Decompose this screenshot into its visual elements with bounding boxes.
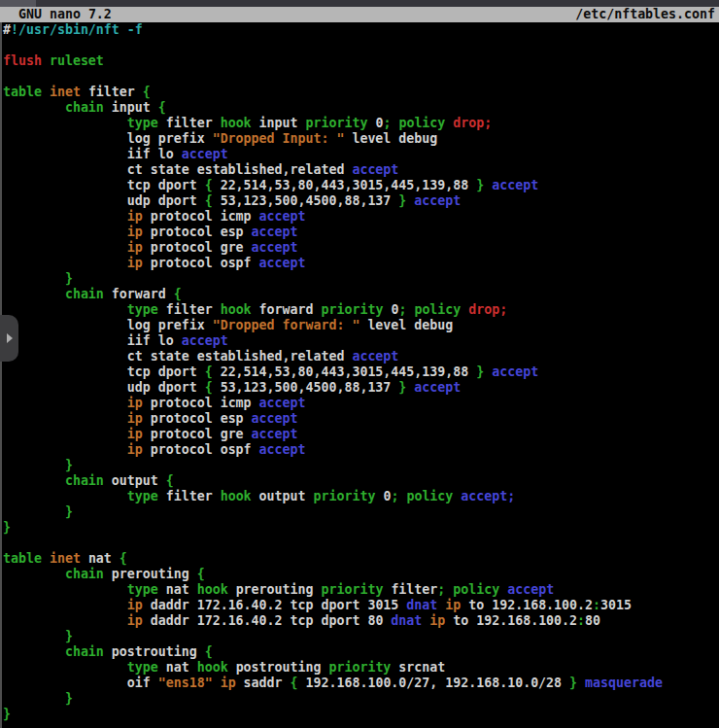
code-line[interactable]: table inet nat {	[3, 551, 719, 567]
window-top-strip-tab	[0, 0, 36, 7]
code-line[interactable]	[3, 69, 719, 85]
code-line[interactable]: log prefix "Dropped Input: " level debug	[3, 131, 719, 147]
code-line[interactable]: ip daddr 172.16.40.2 tcp dport 80 dnat i…	[3, 613, 719, 629]
code-line[interactable]: }	[3, 707, 719, 722]
window-top-strip	[0, 0, 719, 7]
code-line[interactable]: chain postrouting {	[3, 644, 719, 660]
code-line[interactable]: ip protocol ospf accept	[3, 442, 719, 458]
code-line[interactable]: chain prerouting {	[3, 567, 719, 582]
chevron-right-icon	[7, 333, 13, 343]
code-line[interactable]: ip protocol icmp accept	[3, 209, 719, 225]
code-line[interactable]: chain output {	[3, 473, 719, 489]
code-line[interactable]: tcp dport { 22,514,53,80,443,3015,445,13…	[3, 364, 719, 380]
code-line[interactable]: ip protocol esp accept	[3, 411, 719, 427]
code-line[interactable]: iif lo accept	[3, 333, 719, 349]
code-line[interactable]: type nat hook postrouting priority srcna…	[3, 660, 719, 676]
code-line[interactable]: ct state established,related accept	[3, 162, 719, 178]
nano-titlebar: GNU nano 7.2 /etc/nftables.conf	[0, 7, 719, 22]
code-line[interactable]: udp dport { 53,123,500,4500,88,137 } acc…	[3, 193, 719, 209]
code-line[interactable]	[3, 536, 719, 551]
code-line[interactable]: ip daddr 172.16.40.2 tcp dport 3015 dnat…	[3, 598, 719, 613]
code-line[interactable]: }	[3, 504, 719, 520]
code-line[interactable]	[3, 38, 719, 53]
code-line[interactable]: flush ruleset	[3, 53, 719, 69]
code-line[interactable]: table inet filter {	[3, 85, 719, 100]
nano-version-label: GNU nano 7.2	[0, 7, 112, 22]
sidebar-toggle-handle[interactable]	[0, 315, 18, 362]
editor-content[interactable]: #!/usr/sbin/nft -fflush rulesettable ine…	[0, 22, 719, 722]
code-line[interactable]: log prefix "Dropped forward: " level deb…	[3, 318, 719, 333]
code-line[interactable]: ct state established,related accept	[3, 349, 719, 364]
code-line[interactable]: ip protocol ospf accept	[3, 256, 719, 271]
code-line[interactable]: type filter hook input priority 0; polic…	[3, 116, 719, 131]
code-line[interactable]: }	[3, 520, 719, 536]
code-line[interactable]: chain input {	[3, 100, 719, 116]
code-line[interactable]: }	[3, 691, 719, 707]
code-line[interactable]: oif "ens18" ip saddr { 192.168.100.0/27,…	[3, 676, 719, 691]
code-line[interactable]: ip protocol gre accept	[3, 240, 719, 256]
code-line[interactable]: iif lo accept	[3, 147, 719, 162]
code-line[interactable]: ip protocol gre accept	[3, 427, 719, 442]
code-line[interactable]: udp dport { 53,123,500,4500,88,137 } acc…	[3, 380, 719, 396]
code-line[interactable]: type filter hook forward priority 0; pol…	[3, 302, 719, 318]
open-file-path-label: /etc/nftables.conf	[575, 7, 719, 22]
code-line[interactable]: type filter hook output priority 0; poli…	[3, 489, 719, 504]
code-line[interactable]: }	[3, 271, 719, 287]
code-line[interactable]: ip protocol icmp accept	[3, 396, 719, 411]
code-line[interactable]: #!/usr/sbin/nft -f	[3, 22, 719, 38]
code-line[interactable]: ip protocol esp accept	[3, 225, 719, 240]
terminal-window: GNU nano 7.2 /etc/nftables.conf #!/usr/s…	[0, 0, 719, 728]
code-line[interactable]: type nat hook prerouting priority filter…	[3, 582, 719, 598]
code-line[interactable]: chain forward {	[3, 287, 719, 302]
code-line[interactable]: }	[3, 629, 719, 644]
code-line[interactable]: }	[3, 458, 719, 473]
code-line[interactable]: tcp dport { 22,514,53,80,443,3015,445,13…	[3, 178, 719, 193]
